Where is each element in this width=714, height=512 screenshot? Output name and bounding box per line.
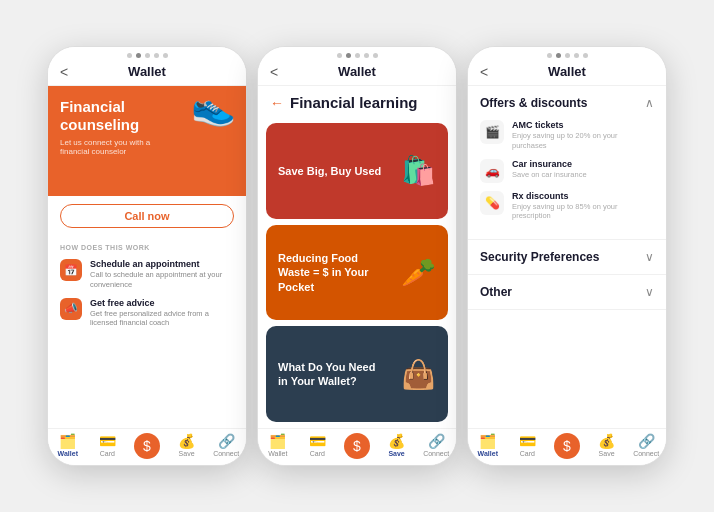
status-bar-2 [258, 47, 456, 60]
offers-body: 🎬 AMC tickets Enjoy saving up to 20% on … [468, 120, 666, 239]
offer-rx: 💊 Rx discounts Enjoy saving up to 85% on… [480, 191, 654, 222]
back-button-1[interactable]: < [60, 64, 68, 80]
step1-title: Schedule an appointment [90, 259, 234, 269]
savelist-icon-3: 💰 [598, 433, 615, 449]
phone3-header: < Wallet [468, 60, 666, 86]
phone1-title: Wallet [128, 64, 166, 79]
car-desc: Save on car insurance [512, 170, 587, 180]
step1-text: Schedule an appointment Call to schedule… [90, 259, 234, 290]
step2-icon: 📣 [60, 298, 82, 320]
step2-desc: Get free personalized advice from a lice… [90, 309, 234, 329]
learning-cards: Save Big, Buy Used 🛍️ Reducing Food Wast… [258, 117, 456, 428]
learning-card-1[interactable]: Save Big, Buy Used 🛍️ [266, 123, 448, 219]
phone2-header: < Wallet [258, 60, 456, 86]
connect-icon-1: 🔗 [218, 433, 235, 449]
nav-save-2[interactable]: $ [337, 433, 377, 459]
nav-savelist-label-3: Save [599, 450, 615, 457]
nav-connect-label-3: Connect [633, 450, 659, 457]
nav-card-1[interactable]: 💳 Card [88, 433, 128, 459]
dot3 [145, 53, 150, 58]
step1-icon: 📅 [60, 259, 82, 281]
nav-connect-2[interactable]: 🔗 Connect [416, 433, 456, 459]
dot2-4 [364, 53, 369, 58]
nav-connect-3[interactable]: 🔗 Connect [626, 433, 666, 459]
nav-wallet-2[interactable]: 🗂️ Wallet [258, 433, 298, 459]
dot3-4 [574, 53, 579, 58]
wallet-icon-3: 🗂️ [479, 433, 496, 449]
call-now-button[interactable]: Call now [60, 204, 234, 228]
learning-card-3[interactable]: What Do You Need in Your Wallet? 👜 [266, 326, 448, 422]
dot2-5 [373, 53, 378, 58]
rx-icon: 💊 [480, 191, 504, 215]
section-back-icon[interactable]: ← [270, 95, 284, 111]
dot2-2 [346, 53, 351, 58]
offers-title: Offers & discounts [480, 96, 587, 110]
nav-savelist-3[interactable]: 💰 Save [587, 433, 627, 459]
nav-card-2[interactable]: 💳 Card [298, 433, 338, 459]
amc-title: AMC tickets [512, 120, 654, 130]
step1-desc: Call to schedule an appointment at your … [90, 270, 234, 290]
how-label: HOW DOES THIS WORK [60, 244, 234, 251]
accordion-offers-header[interactable]: Offers & discounts ∧ [468, 86, 666, 120]
nav-save-1[interactable]: $ [127, 433, 167, 459]
dot3-3 [565, 53, 570, 58]
accordion-other-header[interactable]: Other ∨ [468, 275, 666, 309]
status-bar-1 [48, 47, 246, 60]
back-button-3[interactable]: < [480, 64, 488, 80]
financial-learning-header: ← Financial learning [258, 86, 456, 117]
security-title: Security Preferences [480, 250, 599, 264]
how-section: HOW DOES THIS WORK 📅 Schedule an appoint… [48, 236, 246, 344]
dot2 [136, 53, 141, 58]
nav-card-label-1: Card [100, 450, 115, 457]
dot1 [127, 53, 132, 58]
phone-2: < Wallet ← Financial learning Save Big, … [257, 46, 457, 466]
hero-subtitle: Let us connect you with a financial coun… [60, 138, 170, 156]
phone3-nav: 🗂️ Wallet 💳 Card $ 💰 Save 🔗 Connect [468, 428, 666, 465]
phone1-content: 👟 Financial counseling Let us connect yo… [48, 86, 246, 428]
accordion-security-header[interactable]: Security Preferences ∨ [468, 240, 666, 274]
nav-wallet-3[interactable]: 🗂️ Wallet [468, 433, 508, 459]
step-1: 📅 Schedule an appointment Call to schedu… [60, 259, 234, 290]
hero-illustration: 👟 [191, 86, 236, 128]
nav-card-label-3: Card [520, 450, 535, 457]
phone-3: < Wallet Offers & discounts ∧ 🎬 AMC tick… [467, 46, 667, 466]
step-2: 📣 Get free advice Get free personalized … [60, 298, 234, 329]
savelist-icon-1: 💰 [178, 433, 195, 449]
card2-text: Reducing Food Waste = $ in Your Pocket [278, 251, 388, 294]
nav-savelist-label-2: Save [388, 450, 404, 457]
rx-desc: Enjoy saving up to 85% on your prescript… [512, 202, 654, 222]
rx-text: Rx discounts Enjoy saving up to 85% on y… [512, 191, 654, 222]
rx-title: Rx discounts [512, 191, 654, 201]
back-button-2[interactable]: < [270, 64, 278, 80]
nav-wallet-1[interactable]: 🗂️ Wallet [48, 433, 88, 459]
nav-wallet-label-2: Wallet [268, 450, 287, 457]
nav-card-3[interactable]: 💳 Card [508, 433, 548, 459]
dot4 [154, 53, 159, 58]
card1-illustration: 🛍️ [401, 154, 436, 187]
car-icon: 🚗 [480, 159, 504, 183]
nav-savelist-2[interactable]: 💰 Save [377, 433, 417, 459]
other-chevron: ∨ [645, 285, 654, 299]
hero-title: Financial counseling [60, 98, 180, 134]
nav-save-3[interactable]: $ [547, 433, 587, 459]
nav-connect-label-2: Connect [423, 450, 449, 457]
phone-1: < Wallet 👟 Financial counseling Let us c… [47, 46, 247, 466]
learning-card-2[interactable]: Reducing Food Waste = $ in Your Pocket 🥕 [266, 225, 448, 321]
nav-connect-label-1: Connect [213, 450, 239, 457]
card2-illustration: 🥕 [401, 256, 436, 289]
card-icon-3: 💳 [519, 433, 536, 449]
dot2-1 [337, 53, 342, 58]
card1-text: Save Big, Buy Used [278, 164, 381, 178]
amc-icon: 🎬 [480, 120, 504, 144]
save-icon-2: $ [344, 433, 370, 459]
nav-connect-1[interactable]: 🔗 Connect [206, 433, 246, 459]
phone2-content: ← Financial learning Save Big, Buy Used … [258, 86, 456, 428]
save-icon-3: $ [554, 433, 580, 459]
nav-savelist-label-1: Save [179, 450, 195, 457]
dot3-5 [583, 53, 588, 58]
amc-text: AMC tickets Enjoy saving up to 20% on yo… [512, 120, 654, 151]
nav-wallet-label-1: Wallet [58, 450, 78, 457]
nav-savelist-1[interactable]: 💰 Save [167, 433, 207, 459]
phone3-title: Wallet [548, 64, 586, 79]
step2-title: Get free advice [90, 298, 234, 308]
